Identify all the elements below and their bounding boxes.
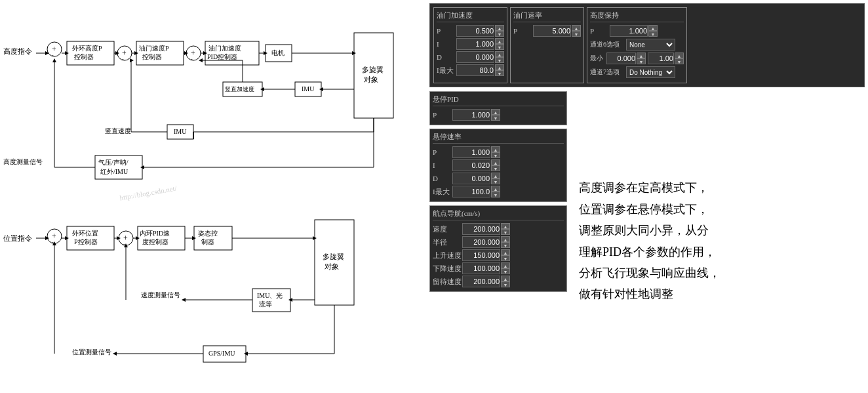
hover-rate-p-up[interactable]: ▲ (491, 146, 500, 152)
throttle-acc-i-input[interactable] (456, 38, 494, 50)
alt-hold-p-input[interactable] (610, 25, 648, 37)
param-i-label: I (437, 40, 456, 48)
hover-rate-p-down[interactable]: ▼ (491, 152, 500, 158)
nav-speed-label: 速度 (433, 224, 462, 234)
hover-p-up[interactable]: ▲ (491, 109, 500, 115)
alt-hold-max-up[interactable]: ▲ (675, 52, 684, 58)
alt-hold-min-up[interactable]: ▲ (637, 52, 646, 58)
param-p-label: P (437, 27, 456, 35)
svg-text:对象: 对象 (325, 262, 339, 270)
nav-loiter-down[interactable]: ▼ (501, 281, 510, 287)
svg-text:外环位置: 外环位置 (72, 230, 98, 237)
pid-throttle-rate-title: 油门速率 (513, 10, 581, 22)
description-area: 高度调参在定高模式下， 位置调参在悬停模式下， 调整原则大同小异，从分 理解PI… (569, 89, 868, 393)
nav-speed-down[interactable]: ▼ (501, 229, 510, 235)
svg-text:外环高度P: 外环高度P (72, 45, 102, 52)
svg-text:-: - (52, 239, 54, 245)
svg-text:制器: 制器 (201, 238, 214, 245)
nav-descend-up[interactable]: ▲ (501, 262, 510, 268)
hover-rate-imax-label: I最大 (433, 187, 452, 197)
param-d-label: D (437, 53, 456, 61)
svg-text:多旋翼: 多旋翼 (362, 66, 384, 73)
right-panels: 油门加速度 P ▲ ▼ I ▲ ▼ (426, 0, 868, 393)
desc-line-6: 做有针对性地调整 (579, 283, 858, 304)
throttle-acc-d-down[interactable]: ▼ (495, 57, 504, 63)
alt-hold-p-down[interactable]: ▼ (648, 31, 658, 37)
throttle-rate-p-down[interactable]: ▼ (572, 31, 581, 37)
svg-text:P控制器: P控制器 (74, 238, 98, 245)
svg-text:红外/IMU: 红外/IMU (100, 168, 128, 175)
svg-text:度控制器: 度控制器 (142, 238, 168, 245)
channel7-label: 通道7选项 (590, 68, 626, 77)
nav-radius-up[interactable]: ▲ (501, 236, 510, 242)
alt-hold-p-up[interactable]: ▲ (648, 25, 658, 31)
hover-p-input[interactable] (452, 109, 490, 121)
nav-ascend-up[interactable]: ▲ (501, 249, 510, 255)
desc-line-5: 分析飞行现象与响应曲线， (579, 262, 858, 283)
svg-text:GPS/IMU: GPS/IMU (208, 350, 235, 357)
throttle-acc-imax-up[interactable]: ▲ (495, 64, 504, 70)
nav-speed-up[interactable]: ▲ (501, 223, 510, 229)
pid-hover-group: 悬停PID P ▲ ▼ (429, 91, 567, 125)
nav-loiter-up[interactable]: ▲ (501, 276, 510, 281)
throttle-acc-d-input[interactable] (456, 51, 494, 63)
nav-descend-label: 下降速度 (433, 264, 462, 274)
channel7-select[interactable]: Do Nothing (626, 66, 675, 78)
alt-hold-min-down[interactable]: ▼ (637, 58, 646, 64)
hover-rate-imax-up[interactable]: ▲ (491, 186, 500, 192)
hover-rate-d-up[interactable]: ▲ (491, 173, 500, 178)
throttle-acc-imax-input[interactable] (456, 64, 494, 76)
svg-text:位置指令: 位置指令 (3, 234, 32, 242)
alt-hold-max-down[interactable]: ▼ (675, 58, 684, 64)
svg-text:-: - (123, 241, 125, 247)
throttle-acc-p-up[interactable]: ▲ (495, 25, 504, 31)
nav-descend-down[interactable]: ▼ (501, 268, 510, 274)
svg-text:IMU: IMU (302, 85, 315, 93)
throttle-acc-p-down[interactable]: ▼ (495, 31, 504, 37)
alt-hold-min-input[interactable] (606, 52, 636, 64)
nav-radius-label: 半径 (433, 238, 462, 247)
pid-throttle-rate-group: 油门速率 P ▲ ▼ (510, 7, 584, 83)
svg-text:油门加速度: 油门加速度 (208, 45, 241, 52)
bottom-diagram: 位置指令 + - 外环位置 P控制器 + - 内环PID速 度控制器 姿态控 (0, 187, 426, 377)
hover-rate-p-input[interactable] (452, 146, 490, 158)
nav-radius-input[interactable] (462, 236, 500, 248)
desc-line-3: 调整原则大同小异，从分 (579, 220, 858, 241)
throttle-rate-p-up[interactable]: ▲ (572, 25, 581, 31)
hover-rate-i-input[interactable] (452, 159, 490, 171)
nav-ascend-down[interactable]: ▼ (501, 255, 510, 261)
hover-rate-d-input[interactable] (452, 173, 490, 184)
throttle-acc-i-down[interactable]: ▼ (495, 44, 504, 50)
svg-text:-: - (52, 52, 54, 58)
nav-loiter-label: 留待速度 (433, 277, 462, 287)
throttle-rate-p-label: P (513, 27, 533, 35)
hover-rate-imax-input[interactable] (452, 186, 490, 197)
desc-line-2: 位置调参在悬停模式下， (579, 199, 858, 220)
hover-p-down[interactable]: ▼ (491, 115, 500, 121)
hover-rate-d-down[interactable]: ▼ (491, 178, 500, 184)
throttle-acc-d-up[interactable]: ▲ (495, 51, 504, 57)
throttle-acc-imax-down[interactable]: ▼ (495, 70, 504, 76)
nav-radius-down[interactable]: ▼ (501, 242, 510, 248)
pid-throttle-acc-group: 油门加速度 P ▲ ▼ I ▲ ▼ (433, 7, 507, 83)
svg-text:多旋翼: 多旋翼 (323, 253, 344, 260)
alt-hold-max-input[interactable] (648, 52, 674, 64)
hover-rate-imax-down[interactable]: ▼ (491, 192, 500, 197)
nav-descend-input[interactable] (462, 262, 500, 274)
throttle-acc-i-up[interactable]: ▲ (495, 38, 504, 44)
svg-text:内环PID速: 内环PID速 (140, 230, 170, 237)
top-diagram: 高度指令 + - 外环高度P 控制器 + - 油门速度P 控制器 + (0, 0, 426, 180)
channel6-select[interactable]: None (626, 39, 675, 51)
hover-rate-i-down[interactable]: ▼ (491, 165, 500, 171)
svg-text:-: - (122, 56, 124, 62)
svg-text:油门速度P: 油门速度P (139, 45, 169, 52)
throttle-acc-p-input[interactable] (456, 25, 494, 37)
nav-loiter-input[interactable] (462, 276, 500, 287)
hover-rate-i-up[interactable]: ▲ (491, 159, 500, 165)
nav-ascend-input[interactable] (462, 249, 500, 261)
nav-speed-input[interactable] (462, 223, 500, 235)
throttle-rate-p-input[interactable] (533, 25, 571, 37)
pid-altitude-hold-group: 高度保持 P ▲ ▼ 通道6选项 None 最小 (587, 7, 687, 83)
hover-p-label: P (433, 111, 452, 119)
svg-text:电机: 电机 (271, 49, 285, 56)
